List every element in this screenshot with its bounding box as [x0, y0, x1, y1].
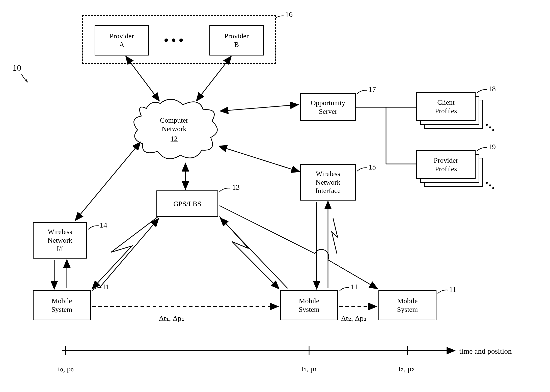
figure-number-label: 10 [13, 63, 21, 72]
gps-lbs-ref: 13 [232, 183, 240, 191]
mobile-system-3-ref: 11 [449, 285, 456, 293]
ref-11c-curve [436, 288, 449, 297]
ms3-line1: Mobile [397, 297, 418, 305]
tick1-label: t₁, p₁ [301, 365, 317, 373]
delta2-label: Δt₂, Δp₂ [341, 314, 367, 322]
wif-right-line1: Wireless [315, 170, 340, 178]
cloud-label: Computer Network 12 [154, 116, 194, 143]
provider-b-line2: B [224, 40, 249, 49]
timeline-label: time and position [459, 347, 512, 355]
ref-15-curve [356, 166, 369, 175]
svg-line-8 [219, 146, 299, 172]
cloud-line1: Computer [154, 116, 194, 125]
client-profiles-ref: 18 [488, 85, 496, 93]
client-profiles-box: Client Profiles [416, 92, 476, 121]
client-profiles-dots: ••• [483, 121, 498, 135]
ms2-line2: System [299, 305, 319, 314]
ref-13-curve [218, 186, 232, 195]
ms1-line1: Mobile [51, 297, 72, 305]
wif-left-line2: Network [48, 236, 72, 245]
ms1-line2: System [51, 305, 72, 314]
client-profiles-line1: Client [435, 98, 457, 107]
tick2-label: t₂, p₂ [399, 365, 414, 373]
provider-a-line2: A [109, 40, 134, 49]
provider-b-box: Provider B [209, 25, 264, 55]
providers-container-ref: 16 [285, 10, 293, 18]
client-profiles-line2: Profiles [435, 107, 457, 115]
wireless-if-left-box: Wireless Network I/f [33, 222, 87, 259]
ref-14-curve [87, 224, 100, 233]
mobile-system-1-box: Mobile System [33, 290, 91, 320]
mobile-system-3-box: Mobile System [378, 290, 436, 320]
cloud-ref: 12 [154, 134, 194, 143]
opp-server-line2: Server [311, 107, 345, 116]
mobile-system-2-ref: 11 [351, 283, 358, 291]
svg-line-4 [221, 105, 298, 111]
wireless-if-left-ref: 14 [100, 221, 107, 229]
mobile-system-2-box: Mobile System [280, 290, 338, 320]
gps-lbs-label: GPS/LBS [173, 200, 201, 208]
wif-left-line3: I/f [48, 244, 72, 253]
opp-server-line1: Opportunity [311, 99, 345, 107]
mobile-system-1-ref: 11 [102, 283, 109, 291]
gps-lbs-box: GPS/LBS [156, 190, 218, 217]
provider-profiles-ref: 19 [488, 143, 496, 151]
opportunity-server-ref: 17 [368, 85, 376, 93]
provider-b-line1: Provider [224, 32, 249, 40]
delta1-label: Δt₁, Δp₁ [159, 314, 184, 322]
ref-11b-curve [338, 286, 351, 294]
wif-right-line3: Interface [315, 186, 340, 195]
tick0-label: t₀, p₀ [58, 365, 74, 373]
ms2-line1: Mobile [299, 297, 319, 305]
wif-left-line1: Wireless [48, 228, 72, 236]
opportunity-server-box: Opportunity Server [300, 93, 356, 121]
figure-number-arrow [20, 73, 35, 88]
provider-profiles-line1: Provider [434, 156, 458, 165]
svg-line-13 [99, 219, 158, 288]
ref-17-curve [356, 88, 369, 97]
ref-11a-curve [90, 286, 103, 294]
providers-ellipsis: ••• [164, 33, 186, 47]
provider-a-line1: Provider [109, 32, 134, 40]
provider-profiles-box: Provider Profiles [416, 150, 476, 179]
ms3-line2: System [397, 305, 418, 314]
svg-line-14 [221, 218, 288, 288]
ref-19-curve [476, 146, 489, 154]
wif-right-line2: Network [315, 178, 340, 187]
wireless-if-right-box: Wireless Network Interface [300, 164, 356, 201]
wireless-if-right-ref: 15 [368, 163, 376, 171]
ref-16-curve [274, 13, 286, 22]
provider-profiles-line2: Profiles [434, 165, 458, 173]
provider-profiles-dots: ••• [483, 179, 498, 193]
cloud-line2: Network [154, 125, 194, 133]
provider-a-box: Provider A [95, 25, 149, 55]
ref-18-curve [476, 88, 489, 96]
